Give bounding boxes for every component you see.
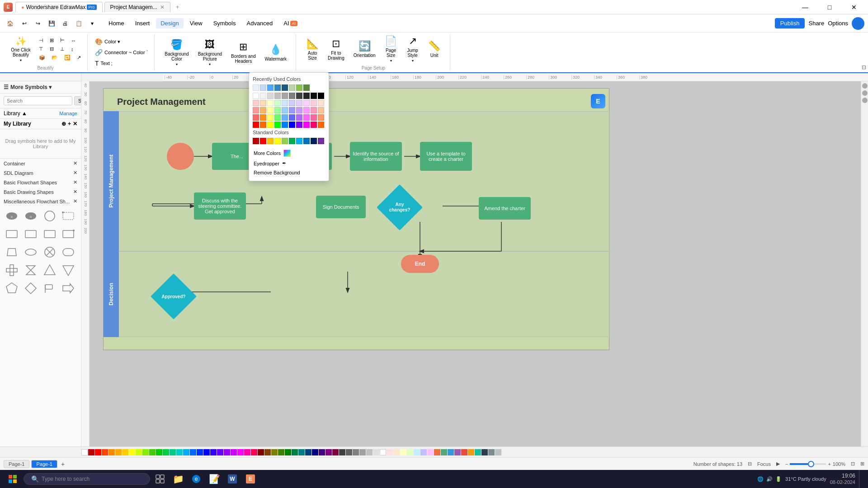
palette-cell[interactable] — [271, 449, 278, 455]
network-icon[interactable]: 🌐 — [757, 476, 764, 482]
menu-design[interactable]: Design — [156, 18, 183, 28]
color-cell[interactable] — [260, 100, 266, 106]
shape-rect2[interactable] — [23, 226, 39, 242]
color-cell[interactable] — [303, 114, 310, 121]
palette-cell[interactable] — [231, 449, 237, 455]
palette-cell[interactable] — [481, 449, 488, 455]
add-page-btn[interactable]: + — [59, 460, 66, 468]
page-tab-1[interactable]: Page-1 — [4, 460, 29, 468]
std-color-7[interactable] — [296, 138, 302, 144]
palette-cell[interactable] — [312, 449, 318, 455]
color-cell[interactable] — [289, 107, 295, 113]
undo-btn[interactable]: ↩ — [18, 17, 31, 30]
bg-picture-dropdown[interactable]: ▾ — [209, 62, 211, 66]
taskbar-file-explorer[interactable]: 📁 — [170, 471, 186, 487]
color-cell[interactable] — [253, 93, 259, 99]
zoom-out-btn[interactable]: − — [785, 461, 788, 467]
flip-btn[interactable]: ↗ — [74, 54, 84, 61]
shape-oval-h[interactable] — [23, 244, 39, 260]
copy-format-btn[interactable]: 📋 — [72, 17, 85, 30]
std-color-9[interactable] — [311, 138, 317, 144]
user-avatar[interactable]: 👤 — [852, 17, 864, 30]
section-container[interactable]: Container ✕ — [0, 159, 81, 168]
taskbar-word[interactable]: W — [224, 471, 241, 487]
rotate-btn[interactable]: 🔁 — [61, 54, 73, 61]
color-cell[interactable] — [267, 114, 274, 121]
menu-view[interactable]: View — [185, 18, 207, 28]
shape-pentagon[interactable] — [4, 280, 20, 296]
color-cell[interactable] — [260, 93, 266, 99]
bg-color-dropdown[interactable]: ▾ — [176, 62, 178, 66]
remove-background-btn[interactable]: Remove Background — [253, 168, 325, 177]
palette-cell[interactable] — [190, 449, 196, 455]
palette-cell[interactable] — [448, 449, 454, 455]
maximize-btn[interactable]: □ — [819, 0, 840, 14]
document-tab[interactable]: Project Managem... ✕ — [104, 2, 170, 12]
page-size-btn[interactable]: 📄 PageSize ▾ — [381, 36, 401, 63]
std-color-1[interactable] — [253, 138, 259, 144]
right-panel-btn3[interactable] — [862, 98, 868, 103]
palette-cell[interactable] — [380, 449, 386, 455]
menu-home[interactable]: Home — [104, 18, 129, 28]
color-cell[interactable] — [318, 100, 324, 106]
std-color-10[interactable] — [318, 138, 324, 144]
diagram-canvas[interactable]: Project Management Project Management De… — [103, 88, 609, 350]
fit-width-btn[interactable]: ⊞ — [860, 461, 864, 467]
zoom-slider[interactable] — [790, 463, 826, 465]
clock-btn[interactable]: 19:06 08-02-2024 — [830, 473, 855, 485]
menu-symbols[interactable]: Symbols — [209, 18, 241, 28]
std-color-6[interactable] — [289, 138, 295, 144]
shape-x-circle[interactable] — [42, 244, 58, 260]
background-color-btn[interactable]: 🪣 BackgroundColor ▾ — [161, 39, 192, 66]
taskbar-search[interactable]: 🔍 Type here to search — [24, 473, 150, 485]
section-basic-flowchart[interactable]: Basic Flowchart Shapes ✕ — [0, 178, 81, 187]
shape-rounded-rect2[interactable] — [60, 244, 76, 260]
shape-diamond2[interactable] — [23, 280, 39, 296]
eyedropper-btn[interactable]: Eyedropper ✒ — [253, 159, 325, 168]
align-center-btn[interactable]: ⊞ — [47, 37, 57, 44]
palette-cell[interactable] — [326, 449, 332, 455]
palette-no-fill[interactable] — [81, 449, 88, 455]
battery-icon[interactable]: 🔋 — [775, 476, 782, 482]
color-cell[interactable] — [267, 93, 274, 99]
palette-cell[interactable] — [115, 449, 122, 455]
color-cell[interactable] — [274, 93, 281, 99]
section-container-close[interactable]: ✕ — [73, 160, 77, 166]
my-library-add-btn[interactable]: + — [68, 121, 71, 127]
background-picture-btn[interactable]: 🖼 BackgroundPicture ▾ — [194, 39, 226, 66]
unit-btn[interactable]: 📏 Unit — [425, 36, 444, 63]
color-cell[interactable] — [296, 114, 302, 121]
palette-cell[interactable] — [475, 449, 481, 455]
palette-cell[interactable] — [244, 449, 250, 455]
diamond-approved[interactable]: Approved? — [153, 276, 194, 317]
color-cell[interactable] — [311, 122, 317, 128]
jump-style-btn[interactable]: ↗ JumpStyle ▾ — [403, 36, 423, 63]
color-cell[interactable] — [282, 93, 288, 99]
palette-cell[interactable] — [454, 449, 461, 455]
palette-cell[interactable] — [156, 449, 162, 455]
palette-cell[interactable] — [305, 449, 311, 455]
home-icon-btn[interactable]: 🏠 — [4, 17, 16, 30]
palette-cell[interactable] — [122, 449, 128, 455]
color-cell[interactable] — [303, 100, 310, 106]
page-size-dropdown[interactable]: ▾ — [390, 59, 392, 63]
color-cell[interactable] — [289, 100, 295, 106]
library-label[interactable]: Library ▲ — [4, 110, 27, 117]
palette-cell[interactable] — [203, 449, 210, 455]
palette-cell[interactable] — [427, 449, 434, 455]
box-amend-charter[interactable]: Amend the charter — [479, 197, 531, 220]
palette-cell[interactable] — [176, 449, 183, 455]
palette-cell[interactable] — [461, 449, 467, 455]
fit-to-drawing-btn[interactable]: ⊡ Fit toDrawing — [324, 36, 348, 63]
auto-size-btn[interactable]: 📐 AutoSize — [302, 36, 322, 63]
end-oval[interactable]: End — [401, 255, 439, 273]
color-cell[interactable] — [282, 100, 288, 106]
canvas-area[interactable]: Project Management Project Management De… — [90, 81, 861, 446]
volume-icon[interactable]: 🔊 — [766, 476, 773, 482]
color-cell[interactable] — [260, 84, 266, 91]
taskbar-edraw[interactable]: E — [242, 471, 259, 487]
shape-circle[interactable] — [42, 208, 58, 224]
color-cell[interactable] — [311, 107, 317, 113]
color-cell[interactable] — [274, 107, 281, 113]
color-btn[interactable]: 🎨 Color ▾ — [92, 37, 151, 46]
